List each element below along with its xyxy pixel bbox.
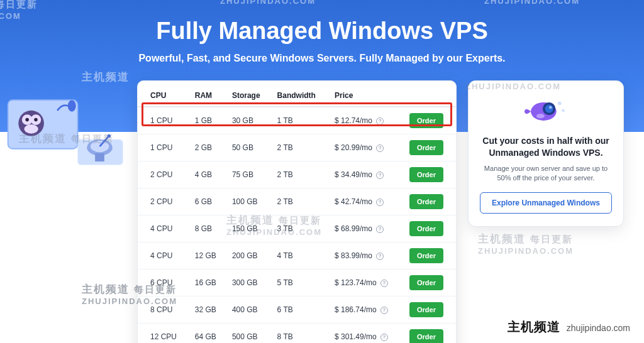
order-button[interactable]: Order — [409, 113, 443, 128]
cell-price: $ 301.49/mo? — [330, 324, 404, 344]
explore-unmanaged-button[interactable]: Explore Unmanaged Windows — [480, 192, 612, 214]
svg-rect-14 — [95, 153, 104, 161]
col-header-price: Price — [330, 85, 404, 107]
svg-point-21 — [562, 109, 564, 112]
cell-bandwidth: 2 TB — [272, 188, 330, 215]
page-title: Fully Managed Windows VPS — [0, 18, 644, 45]
cell-ram: 16 GB — [190, 270, 227, 297]
col-header-ram: RAM — [190, 85, 227, 107]
cell-bandwidth: 2 TB — [272, 134, 330, 161]
cell-cpu: 4 CPU — [138, 242, 190, 270]
cell-ram: 32 GB — [190, 297, 227, 324]
cell-price: $ 83.99/mo? — [330, 242, 404, 270]
order-button[interactable]: Order — [409, 248, 443, 263]
svg-point-20 — [558, 102, 562, 106]
price-info-icon[interactable]: ? — [380, 307, 388, 314]
cell-cpu: 1 CPU — [138, 134, 190, 161]
cell-cpu: 2 CPU — [138, 161, 190, 188]
price-info-icon[interactable]: ? — [376, 172, 384, 179]
watermark-text: 主机频道 — [82, 283, 130, 295]
pricing-table-card: CPU RAM Storage Bandwidth Price 1 CPU1 G… — [137, 80, 457, 343]
table-row: 4 CPU8 GB150 GB3 TB$ 68.99/mo?Order — [138, 215, 456, 242]
cell-storage: 50 GB — [227, 134, 272, 161]
cell-bandwidth: 5 TB — [272, 270, 330, 297]
cell-storage: 200 GB — [227, 242, 272, 270]
table-row: 2 CPU4 GB75 GB2 TB$ 34.49/mo?Order — [138, 161, 456, 188]
sidebar-promo-card: Cut your costs in half with our Unmanage… — [468, 80, 624, 227]
cell-price: $ 123.74/mo? — [330, 270, 404, 297]
svg-point-18 — [549, 106, 552, 109]
hero-illustration — [6, 94, 126, 170]
sidebar-body: Manage your own server and save up to 50… — [480, 164, 612, 183]
cell-ram: 64 GB — [190, 324, 227, 344]
cell-cpu: 1 CPU — [138, 107, 190, 134]
col-header-bandwidth: Bandwidth — [272, 85, 330, 107]
order-button[interactable]: Order — [409, 329, 443, 343]
cell-storage: 300 GB — [227, 270, 272, 297]
price-info-icon[interactable]: ? — [376, 226, 384, 233]
corner-brand: 主机频道 zhujipindao.com — [508, 318, 630, 335]
price-info-icon[interactable]: ? — [376, 144, 384, 152]
svg-point-6 — [34, 118, 38, 122]
price-info-icon[interactable]: ? — [376, 199, 384, 206]
price-info-icon[interactable]: ? — [376, 253, 384, 260]
col-header-storage: Storage — [227, 85, 272, 107]
svg-point-8 — [68, 100, 76, 111]
cell-bandwidth: 6 TB — [272, 297, 330, 324]
cell-price: $ 34.49/mo? — [330, 161, 404, 188]
cell-price: $ 68.99/mo? — [330, 215, 404, 242]
cell-ram: 6 GB — [190, 188, 227, 215]
cell-storage: 150 GB — [227, 215, 272, 242]
svg-point-11 — [91, 141, 109, 152]
rocket-fish-icon — [521, 92, 570, 129]
svg-point-7 — [25, 124, 38, 134]
page-subtitle: Powerful, Fast, and Secure Windows Serve… — [0, 53, 644, 64]
brand-en: zhujipindao.com — [567, 323, 630, 333]
cell-ram: 4 GB — [190, 161, 227, 188]
table-row: 1 CPU1 GB30 GB1 TB$ 12.74/mo?Order — [138, 107, 456, 134]
cell-bandwidth: 1 TB — [272, 107, 330, 134]
cell-storage: 100 GB — [227, 188, 272, 215]
cell-cpu: 6 CPU — [138, 270, 190, 297]
svg-point-19 — [536, 114, 545, 118]
cell-price: $ 186.74/mo? — [330, 297, 404, 324]
cell-price: $ 42.74/mo? — [330, 188, 404, 215]
price-info-icon[interactable]: ? — [380, 334, 388, 341]
cell-bandwidth: 2 TB — [272, 161, 330, 188]
cell-ram: 2 GB — [190, 134, 227, 161]
order-button[interactable]: Order — [409, 221, 443, 236]
table-row: 2 CPU6 GB100 GB2 TB$ 42.74/mo?Order — [138, 188, 456, 215]
pricing-table: CPU RAM Storage Bandwidth Price 1 CPU1 G… — [138, 85, 456, 343]
table-row: 1 CPU2 GB50 GB2 TB$ 20.99/mo?Order — [138, 134, 456, 161]
cell-ram: 8 GB — [190, 215, 227, 242]
order-button[interactable]: Order — [409, 140, 443, 155]
cell-storage: 500 GB — [227, 324, 272, 344]
cell-storage: 75 GB — [227, 161, 272, 188]
svg-point-17 — [545, 105, 553, 113]
cell-price: $ 20.99/mo? — [330, 134, 404, 161]
svg-point-5 — [25, 118, 29, 122]
order-button[interactable]: Order — [409, 302, 443, 317]
order-button[interactable]: Order — [409, 167, 443, 182]
order-button[interactable]: Order — [409, 194, 443, 209]
table-row: 6 CPU16 GB300 GB5 TB$ 123.74/mo?Order — [138, 270, 456, 297]
table-row: 4 CPU12 GB200 GB4 TB$ 83.99/mo?Order — [138, 242, 456, 270]
brand-cn: 主机频道 — [508, 318, 560, 335]
cell-bandwidth: 3 TB — [272, 215, 330, 242]
svg-point-13 — [108, 134, 111, 138]
cell-cpu: 12 CPU — [138, 324, 190, 344]
cell-storage: 30 GB — [227, 107, 272, 134]
sidebar-headline: Cut your costs in half with our Unmanage… — [480, 135, 612, 159]
cell-cpu: 8 CPU — [138, 297, 190, 324]
cell-storage: 400 GB — [227, 297, 272, 324]
cell-cpu: 2 CPU — [138, 188, 190, 215]
cell-bandwidth: 8 TB — [272, 324, 330, 344]
price-info-icon[interactable]: ? — [376, 117, 384, 125]
col-header-cpu: CPU — [138, 85, 190, 107]
table-row: 12 CPU64 GB500 GB8 TB$ 301.49/mo?Order — [138, 324, 456, 344]
price-info-icon[interactable]: ? — [380, 280, 388, 287]
cell-cpu: 4 CPU — [138, 215, 190, 242]
order-button[interactable]: Order — [409, 275, 443, 290]
table-row: 8 CPU32 GB400 GB6 TB$ 186.74/mo?Order — [138, 297, 456, 324]
cell-price: $ 12.74/mo? — [330, 107, 404, 134]
